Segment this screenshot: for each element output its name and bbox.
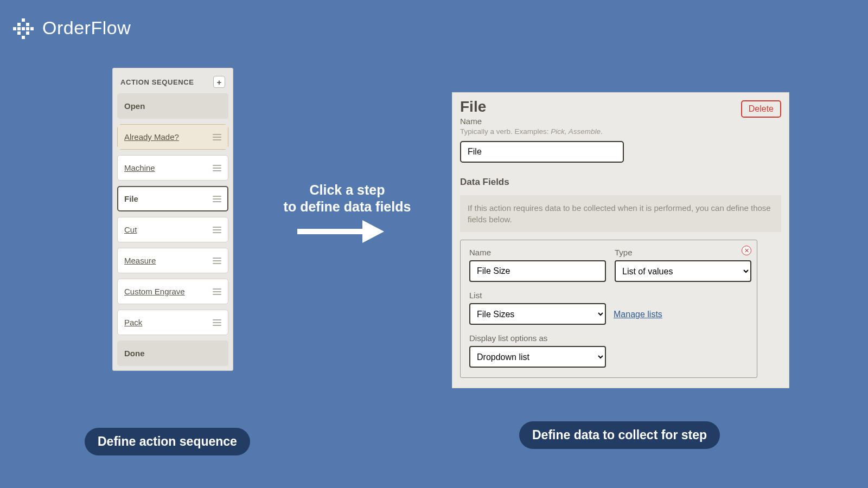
step-name-input[interactable] — [460, 141, 624, 163]
drag-handle-icon[interactable] — [213, 134, 221, 140]
logo-mark-icon — [12, 16, 35, 39]
sequence-step-label: Cut — [124, 225, 137, 234]
remove-field-button[interactable]: ✕ — [742, 246, 751, 255]
instruction-annotation: Click a step to define data fields — [282, 182, 412, 216]
sequence-step-label: Custom Engrave — [124, 287, 185, 296]
caption-define-sequence: Define action sequence — [85, 428, 250, 455]
drag-handle-icon[interactable] — [213, 288, 221, 295]
drag-handle-icon[interactable] — [213, 165, 221, 171]
sequence-step-cut[interactable]: Cut — [117, 217, 228, 242]
field-name-label: Name — [469, 248, 606, 257]
field-list-select[interactable]: File Sizes — [469, 303, 606, 325]
sequence-step-label: Done — [124, 349, 145, 358]
close-icon: ✕ — [744, 247, 749, 254]
sequence-step-label: Already Made? — [124, 132, 179, 142]
sequence-step-machine[interactable]: Machine — [117, 155, 228, 181]
name-field-hint: Typically a verb. Examples: Pick, Assemb… — [460, 127, 603, 136]
drag-handle-icon[interactable] — [213, 227, 221, 233]
data-fields-heading: Data Fields — [460, 177, 781, 188]
step-detail-panel: File Name Typically a verb. Examples: Pi… — [452, 92, 789, 388]
action-sequence-title: ACTION SEQUENCE — [120, 78, 194, 86]
delete-step-button[interactable]: Delete — [741, 100, 781, 118]
sequence-step-already-made[interactable]: Already Made? — [117, 124, 228, 150]
instruction-line-1: Click a step — [310, 182, 385, 197]
add-step-button[interactable]: + — [213, 76, 225, 88]
sequence-step-pack[interactable]: Pack — [117, 310, 228, 335]
drag-handle-icon[interactable] — [213, 258, 221, 264]
field-name-input[interactable] — [469, 260, 606, 282]
drag-handle-icon[interactable] — [213, 319, 221, 326]
drag-handle-icon[interactable] — [213, 196, 221, 202]
data-field-card: ✕ Name Type List of values List File Siz… — [460, 240, 757, 378]
app-logo: OrderFlow — [12, 16, 131, 39]
field-list-label: List — [469, 291, 606, 300]
field-type-select[interactable]: List of values — [615, 260, 751, 282]
arrow-right-icon — [297, 223, 390, 240]
data-fields-info: If this action requires data to be colle… — [460, 195, 781, 232]
sequence-step-file[interactable]: File — [117, 186, 228, 211]
action-sequence-panel: ACTION SEQUENCE + Open Already Made? Mac… — [112, 68, 233, 371]
sequence-step-open[interactable]: Open — [117, 93, 228, 119]
sequence-step-measure[interactable]: Measure — [117, 248, 228, 273]
action-sequence-header: ACTION SEQUENCE + — [117, 73, 228, 93]
sequence-step-done[interactable]: Done — [117, 341, 228, 366]
sequence-step-custom-engrave[interactable]: Custom Engrave — [117, 279, 228, 304]
manage-lists-link[interactable]: Manage lists — [614, 310, 662, 325]
sequence-step-label: Pack — [124, 318, 142, 327]
sequence-step-label: Open — [124, 101, 145, 111]
sequence-step-label: Measure — [124, 256, 156, 265]
instruction-line-2: to define data fields — [284, 199, 411, 214]
sequence-step-label: Machine — [124, 163, 155, 172]
app-name: OrderFlow — [42, 17, 131, 38]
field-display-select[interactable]: Dropdown list — [469, 346, 606, 368]
field-type-label: Type — [615, 248, 751, 257]
step-title: File — [460, 98, 603, 115]
caption-define-data: Define data to collect for step — [519, 421, 720, 449]
sequence-step-label: File — [124, 194, 138, 203]
name-field-label: Name — [460, 117, 603, 126]
field-display-label: Display list options as — [469, 333, 748, 343]
